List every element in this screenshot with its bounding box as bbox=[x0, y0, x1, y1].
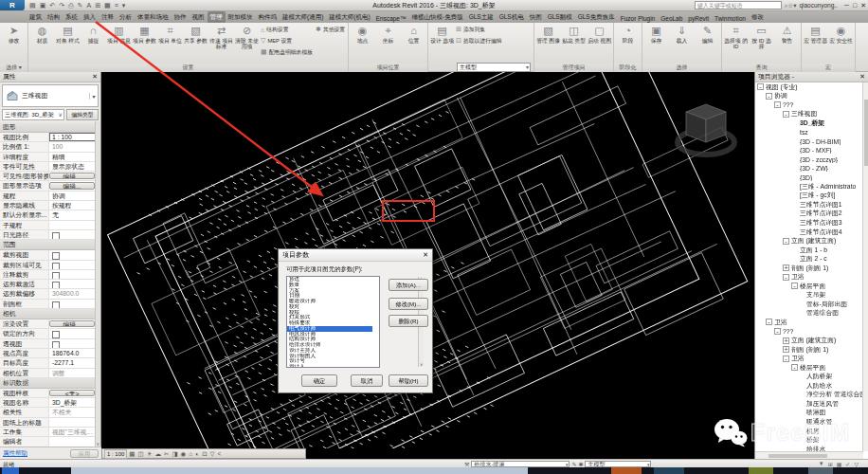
taskbar-app-button[interactable] bbox=[654, 467, 684, 474]
ribbon-button[interactable]: ▤ 设计 选项 bbox=[429, 24, 455, 63]
parameter-list-item[interactable]: 设计人 bbox=[287, 364, 372, 368]
expand-collapse-icon[interactable]: - bbox=[766, 319, 772, 325]
expand-collapse-icon[interactable] bbox=[791, 183, 798, 190]
expand-collapse-icon[interactable]: + bbox=[783, 264, 789, 271]
status-icon[interactable]: ✎ bbox=[571, 461, 576, 467]
ribbon-button[interactable]: ◫ 贴花 类型 bbox=[561, 24, 587, 63]
view-control-icon[interactable]: ◨ bbox=[172, 449, 177, 458]
ribbon-button[interactable]: ⚠ 警告 bbox=[774, 24, 800, 63]
property-value[interactable]: 显示原状态 bbox=[49, 162, 100, 171]
ribbon-button[interactable]: ▭ 按 ID 选择 bbox=[749, 24, 774, 63]
expand-collapse-icon[interactable]: - bbox=[783, 356, 789, 362]
tree-item[interactable]: - ??? bbox=[755, 327, 862, 337]
tree-item[interactable]: {3D - ZW} bbox=[755, 164, 862, 173]
expand-collapse-icon[interactable]: - bbox=[791, 364, 798, 371]
tree-item[interactable]: 桥架 bbox=[755, 435, 862, 445]
ribbon-tab[interactable]: GLS翻模 bbox=[545, 11, 575, 24]
tree-item[interactable]: 3D_桥架 bbox=[755, 118, 862, 128]
user-account[interactable]: qiaocunyong.. bbox=[799, 2, 837, 9]
property-value[interactable]: 调整 bbox=[49, 369, 100, 377]
expand-collapse-icon[interactable] bbox=[798, 292, 805, 299]
tree-item[interactable]: 给排水 bbox=[755, 445, 862, 451]
expand-collapse-icon[interactable] bbox=[798, 428, 805, 434]
view-cube[interactable] bbox=[675, 99, 737, 174]
tree-item[interactable]: 立面 1 - b bbox=[755, 246, 862, 255]
view-control-icon[interactable]: ☀ bbox=[147, 449, 153, 458]
expand-collapse-icon[interactable] bbox=[798, 310, 805, 317]
expand-collapse-icon[interactable] bbox=[798, 437, 805, 444]
ribbon-tab[interactable]: GLS免费族库 bbox=[575, 11, 618, 24]
close-icon[interactable]: ✕ bbox=[92, 73, 98, 81]
property-value[interactable]: 304800.0 bbox=[49, 289, 100, 298]
property-value[interactable]: <无> bbox=[49, 390, 95, 396]
property-value[interactable] bbox=[49, 230, 100, 239]
expand-collapse-icon[interactable] bbox=[791, 156, 798, 163]
ribbon-button[interactable]: ◍ 材质 bbox=[29, 24, 55, 63]
qat-icon[interactable]: ▦ bbox=[104, 2, 111, 9]
taskbar-app-button[interactable] bbox=[611, 467, 642, 474]
property-value[interactable]: -2277.1 bbox=[49, 358, 100, 367]
ribbon-tab[interactable]: 插入 bbox=[81, 11, 99, 24]
expand-collapse-icon[interactable] bbox=[798, 392, 805, 398]
selection-toggle-icon[interactable]: ▽ bbox=[854, 461, 859, 467]
property-value[interactable] bbox=[49, 280, 100, 288]
type-selector[interactable]: 三维视图 ▾ bbox=[2, 84, 99, 107]
status-icon[interactable]: ✱ bbox=[578, 461, 583, 467]
view-scale[interactable]: 1 : 100 bbox=[104, 449, 127, 459]
property-value[interactable]: 1 : 100 bbox=[49, 133, 100, 141]
property-value[interactable] bbox=[49, 300, 100, 308]
tree-item[interactable]: - 立面 (建筑立面) bbox=[755, 236, 862, 246]
view-control-icon[interactable]: < bbox=[218, 449, 222, 458]
minimize-button[interactable]: ─ bbox=[844, 2, 849, 9]
ribbon-small-button[interactable]: ⊞添加到集 bbox=[455, 24, 515, 35]
tree-item[interactable]: - 楼层平面 bbox=[755, 363, 862, 373]
ribbon-button[interactable]: ◉ 地点 bbox=[350, 24, 375, 63]
tree-item[interactable]: 三维节点详图1 bbox=[755, 200, 862, 210]
ribbon-tab[interactable]: 建模大师(通用) bbox=[280, 11, 326, 24]
maximize-button[interactable]: □ bbox=[853, 2, 857, 9]
expand-collapse-icon[interactable] bbox=[791, 119, 798, 126]
instance-selector[interactable]: 三维视图: 3D_桥架 bbox=[2, 109, 64, 120]
expand-collapse-icon[interactable] bbox=[798, 419, 805, 426]
revit-logo-button[interactable]: R bbox=[0, 0, 25, 10]
search-input[interactable]: 键入关键字或短语 bbox=[695, 1, 782, 9]
close-button[interactable]: ✕ bbox=[860, 2, 866, 9]
ribbon-tab[interactable]: Fuzor Plugin bbox=[618, 13, 659, 24]
property-value[interactable] bbox=[49, 437, 100, 446]
tree-item[interactable]: - 三维视图 bbox=[755, 110, 862, 119]
add-button[interactable]: 添加(A)... bbox=[389, 279, 428, 291]
ribbon-tab[interactable]: GLS土建 bbox=[466, 11, 497, 24]
infocenter-icon[interactable]: ▾ bbox=[793, 2, 796, 9]
expand-collapse-icon[interactable] bbox=[791, 165, 798, 172]
ribbon-tab[interactable]: 建模大师(机电) bbox=[326, 11, 372, 24]
view-control-icon[interactable]: ⊡ bbox=[202, 449, 207, 458]
ribbon-tab[interactable]: Twinmotion bbox=[712, 13, 749, 24]
property-value[interactable] bbox=[49, 339, 100, 348]
view-control-icon[interactable]: ▦ bbox=[129, 449, 135, 458]
ribbon-tab[interactable]: 修改 bbox=[749, 11, 767, 24]
tree-item[interactable]: + 剖面 (剖面 1) bbox=[755, 345, 862, 355]
selection-toggle-icon[interactable]: ⊞ bbox=[828, 461, 833, 467]
ribbon-button[interactable]: ▧ 共享 参数 bbox=[183, 24, 208, 63]
tree-item[interactable]: {3D} bbox=[755, 173, 862, 182]
tree-item[interactable]: 三维节点详图2 bbox=[755, 210, 862, 219]
ribbon-button[interactable]: ◔ 阶段 bbox=[615, 24, 641, 63]
ribbon-button[interactable]: ▣ 保存 bbox=[643, 24, 669, 63]
taskbar-app-button[interactable] bbox=[71, 467, 528, 474]
selection-toggle-icon[interactable]: ▦ bbox=[837, 461, 842, 467]
ribbon-small-button[interactable]: ⊡拾取以进行编辑 bbox=[455, 35, 515, 46]
ribbon-button[interactable]: ◉ 宏 安全性 bbox=[828, 24, 854, 63]
qat-icon[interactable]: ▣ bbox=[40, 2, 46, 9]
ribbon-button[interactable]: ▤ 宏 管理器 bbox=[803, 24, 828, 63]
design-option-dropdown[interactable]: 主模型 bbox=[457, 63, 531, 72]
expand-collapse-icon[interactable] bbox=[791, 129, 798, 136]
tree-item[interactable]: 喷淋图 bbox=[755, 409, 862, 418]
tree-item[interactable]: [三维 - Administrato bbox=[755, 182, 862, 191]
expand-collapse-icon[interactable]: - bbox=[774, 101, 781, 108]
property-value[interactable] bbox=[49, 270, 100, 279]
ribbon-button[interactable]: ▤ 对象 样式 bbox=[55, 24, 81, 63]
ribbon-tab[interactable]: GeoLab bbox=[658, 13, 685, 24]
property-value[interactable]: 100 bbox=[49, 142, 100, 151]
ribbon-small-button[interactable]: ⌂结构设置 bbox=[260, 24, 315, 35]
expand-collapse-icon[interactable] bbox=[791, 192, 798, 199]
